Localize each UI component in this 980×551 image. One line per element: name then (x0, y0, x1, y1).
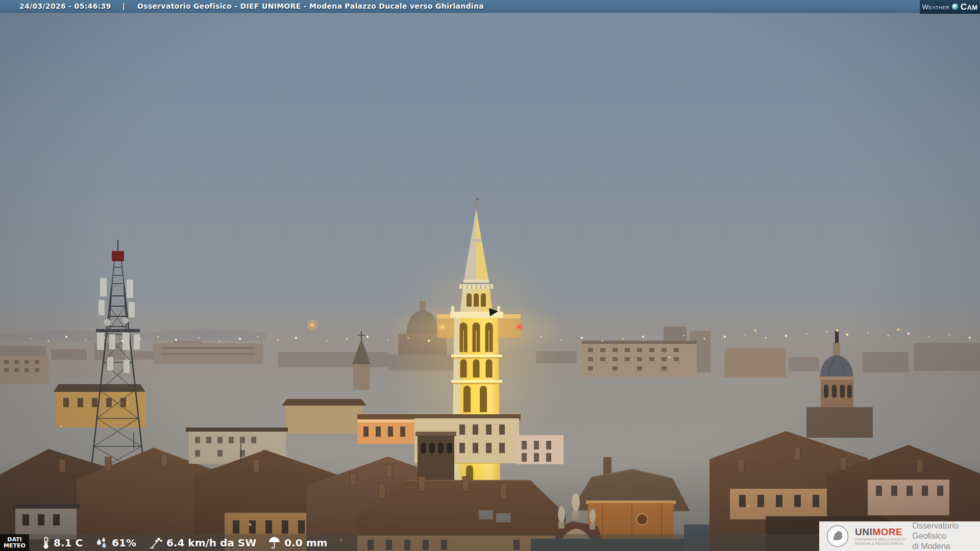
humidity-item: 61% (95, 537, 136, 549)
wind-value: 6.4 km/h da SW (166, 537, 256, 549)
temperature-value: 8.1 C (54, 537, 83, 549)
header-bar: 24/03/2026 - 05:46:39 | Osservatorio Geo… (0, 0, 980, 13)
camera-title: Osservatorio Geofisico - DIEF UNIMORE - … (137, 2, 484, 10)
temperature-item: 8.1 C (42, 536, 83, 549)
apartment-block (582, 341, 697, 377)
globe-icon (952, 4, 959, 10)
wind-item: 6.4 km/h da SW (149, 536, 256, 549)
unimore-seal-icon (826, 525, 849, 547)
unimore-footer: UNIMORE UNIVERSITÀ DEGLI STUDI DI MODENA… (819, 521, 980, 551)
webcam-frame: 24/03/2026 - 05:46:39 | Osservatorio Geo… (0, 0, 980, 551)
unimore-wordmark: UNIMORE UNIVERSITÀ DEGLI STUDI DI MODENA… (855, 527, 906, 546)
timestamp: 24/03/2026 - 05:46:39 (19, 2, 111, 10)
separator: | (122, 2, 125, 10)
dati-meteo-label: DATI METEO (0, 534, 29, 551)
brand-cam-label: CAM (961, 2, 978, 12)
weathercam-logo: WEATHER CAM (920, 0, 980, 14)
precipitation-item: 0.0 mm (267, 536, 327, 549)
water-drops-icon (95, 537, 108, 549)
brand-weather-label: WEATHER (922, 3, 949, 11)
observatory-name: Osservatorio Geofisico di Modena (912, 521, 980, 551)
humidity-value: 61% (112, 537, 136, 549)
anemometer-icon (149, 536, 163, 549)
university-subtitle: UNIVERSITÀ DEGLI STUDI DI MODENA E REGGI… (855, 538, 906, 546)
precipitation-value: 0.0 mm (284, 537, 327, 549)
umbrella-icon (267, 536, 281, 549)
thermometer-icon (42, 536, 50, 549)
city-panorama (0, 0, 980, 551)
